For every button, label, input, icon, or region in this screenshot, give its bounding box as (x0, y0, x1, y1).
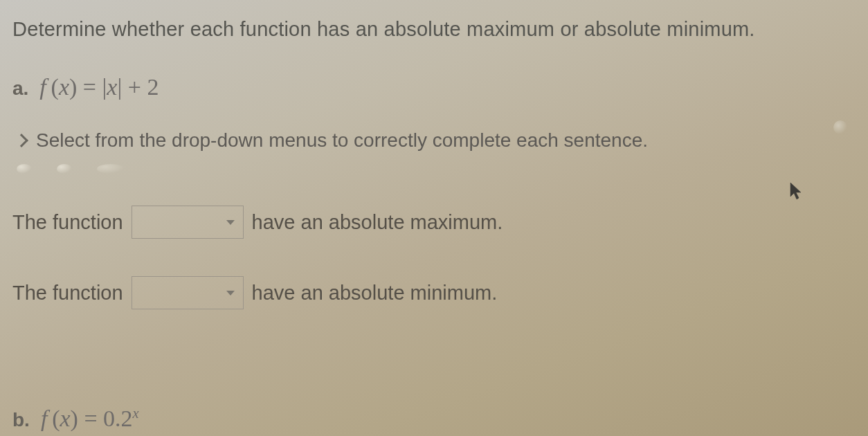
sentence-2-suffix: have an absolute minimum. (252, 282, 498, 305)
part-a-label: a. (12, 78, 28, 100)
sentence-1-prefix: The function (12, 211, 123, 234)
sentence-1: The function have an absolute maximum. (12, 206, 856, 239)
chevron-right-icon (15, 134, 28, 147)
sentence-2-dropdown[interactable] (132, 276, 244, 309)
glare-dot (57, 164, 72, 174)
part-a-function: f (x) = |x| + 2 (39, 74, 159, 100)
glare-dot (97, 164, 125, 174)
sentence-2-prefix: The function (12, 282, 123, 305)
question-prompt: Determine whether each function has an a… (12, 18, 856, 41)
glare-dot (17, 164, 32, 174)
sentence-1-dropdown[interactable] (132, 206, 244, 239)
instruction-text: Select from the drop-down menus to corre… (36, 129, 648, 152)
part-b-row: b. f (x) = 0.2x (12, 406, 139, 432)
part-b-function: f (x) = 0.2x (41, 406, 139, 432)
part-b-label: b. (12, 409, 30, 431)
glare-artifacts (12, 164, 856, 174)
part-a-row: a. f (x) = |x| + 2 (12, 74, 856, 100)
cursor-icon (789, 181, 803, 201)
sentence-2: The function have an absolute minimum. (12, 276, 856, 309)
chevron-down-icon (226, 291, 235, 296)
glare-dot (833, 120, 847, 134)
chevron-down-icon (226, 220, 235, 225)
sentence-1-suffix: have an absolute maximum. (252, 211, 503, 234)
instruction-row: Select from the drop-down menus to corre… (12, 129, 856, 152)
